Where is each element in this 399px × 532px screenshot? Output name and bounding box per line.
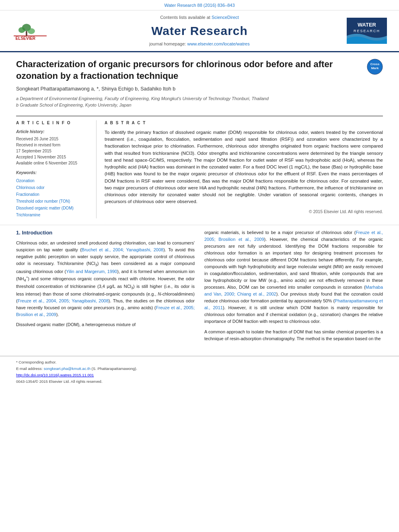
keyword-ton: Threshold odor number (TON) <box>16 198 90 205</box>
svg-point-2 <box>19 27 25 33</box>
ref-phattara[interactable]: Phattarapattamawong et al., 2011 <box>204 298 383 310</box>
article-info-abstract: A R T I C L E I N F O Article history: R… <box>16 116 383 218</box>
article-header-section: Characterization of organic precursors f… <box>0 52 399 225</box>
keyword-ozonation: Ozonation <box>16 177 90 184</box>
ref-freuze3[interactable]: Freuze et al., 2005; Brosilion et al., 2… <box>204 230 383 242</box>
body-content: 1. Introduction Chlorinous odor, an unde… <box>0 225 399 352</box>
body-left-column: 1. Introduction Chlorinous odor, an unde… <box>16 229 195 345</box>
doi-link[interactable]: http://dx.doi.org/10.1016/j.watres.2015.… <box>16 373 94 377</box>
svg-text:ELSEVIER: ELSEVIER <box>16 36 36 41</box>
copyright: © 2015 Elsevier Ltd. All rights reserved… <box>105 209 383 215</box>
keywords-section: Keywords: Ozonation Chlorinous odor Frac… <box>16 170 90 218</box>
journal-header-center: Contents lists available at ScienceDirec… <box>56 14 343 47</box>
received-date: Received 26 June 2015 <box>16 136 90 142</box>
footer-email-link[interactable]: songkeart.pha@kmutt.ac.th <box>44 366 90 371</box>
journal-logo-image: WATER RESEARCH <box>347 18 387 44</box>
elsevier-logo: ELSEVIER <box>12 21 48 41</box>
accepted-date: Accepted 1 November 2015 <box>16 154 90 160</box>
footer-doi: http://dx.doi.org/10.1016/j.watres.2015.… <box>16 372 383 378</box>
ref-marhaba[interactable]: Marhaba and Van, 2000; Chiang et al., 20… <box>204 285 383 296</box>
article-footer: * Corresponding author. E-mail address: … <box>0 356 399 386</box>
affiliations: a Department of Environmental Engineerin… <box>16 95 360 109</box>
footer-email: E-mail address: songkeart.pha@kmutt.ac.t… <box>16 366 383 371</box>
article-info-column: A R T I C L E I N F O Article history: R… <box>16 120 97 218</box>
journal-reference: Water Research 88 (2016) 836–843 <box>0 0 399 10</box>
footer-corresponding: * Corresponding author. <box>16 359 383 365</box>
journal-homepage: journal homepage: www.elsevier.com/locat… <box>56 41 343 47</box>
svg-text:Mark: Mark <box>371 66 379 70</box>
keyword-chlorinous: Chlorinous odor <box>16 184 90 191</box>
intro-para1: Chlorinous odor, an undesired smell prod… <box>16 240 195 318</box>
svg-text:WATER: WATER <box>358 22 376 28</box>
footer-issn: 0043-1354/© 2015 Elsevier Ltd. All right… <box>16 379 383 384</box>
svg-text:Cross: Cross <box>370 62 380 66</box>
keyword-fractionation: Fractionation <box>16 191 90 198</box>
intro-heading: 1. Introduction <box>16 229 195 236</box>
authors: Songkeart Phattarapattamawong a, *, Shin… <box>16 86 360 93</box>
revised-label: Received in revised form <box>16 142 90 148</box>
article-title-section: Characterization of organic precursors f… <box>16 59 383 112</box>
abstract-text: To identify the primary fraction of diss… <box>105 129 383 205</box>
journal-logo-right: WATER RESEARCH <box>347 18 391 44</box>
keywords-label: Keywords: <box>16 170 90 176</box>
article-info-heading: A R T I C L E I N F O <box>16 120 90 126</box>
body-right-column: organic materials, is believed to be a m… <box>204 229 383 345</box>
intro-para2: Dissolved organic matter (DOM), a hetero… <box>16 321 195 328</box>
two-col-body: 1. Introduction Chlorinous odor, an unde… <box>16 229 383 345</box>
abstract-heading: A B S T R A C T <box>105 120 383 126</box>
journal-header: ELSEVIER Contents lists available at Sci… <box>0 10 399 52</box>
abstract-column: A B S T R A C T To identify the primary … <box>105 120 383 218</box>
sciencedirect-line: Contents lists available at ScienceDirec… <box>56 14 343 21</box>
ref-bruchet[interactable]: Bruchet et al., 2004; Yanagibashi, 2008 <box>82 247 163 252</box>
history-label: Article history: <box>16 129 90 135</box>
svg-rect-4 <box>26 31 27 36</box>
intro-para4: A common approach to isolate the fractio… <box>204 329 383 342</box>
crossmark-badge: Cross Mark <box>367 59 383 75</box>
journal-title: Water Research <box>56 23 343 39</box>
svg-text:RESEARCH: RESEARCH <box>354 29 380 33</box>
elsevier-logo-area: ELSEVIER <box>8 21 52 41</box>
keyword-dom: Dissolved organic matter (DOM) <box>16 205 90 212</box>
homepage-link[interactable]: www.elsevier.com/locate/watres <box>187 41 249 46</box>
ref-freuze2[interactable]: Freuze et al., 2005; Brosilion et al., 2… <box>16 305 195 317</box>
intro-para3: organic materials, is believed to be a m… <box>204 229 383 325</box>
ref-freuze1[interactable]: Freuze et al., 2004, 2005; Yanagibashi, … <box>18 298 109 303</box>
revised-date: 17 September 2015 <box>16 148 90 154</box>
keyword-trichloramine: Trichloramine <box>16 212 90 218</box>
article-history: Article history: Received 26 June 2015 R… <box>16 129 90 166</box>
svg-point-3 <box>28 28 35 34</box>
article-title-text: Characterization of organic precursors f… <box>16 59 360 112</box>
sciencedirect-link[interactable]: ScienceDirect <box>212 15 239 20</box>
available-date: Available online 6 November 2015 <box>16 160 90 166</box>
ref-yilin[interactable]: Yilin and Margerum, 1990 <box>66 269 117 274</box>
article-title: Characterization of organic precursors f… <box>16 59 360 82</box>
